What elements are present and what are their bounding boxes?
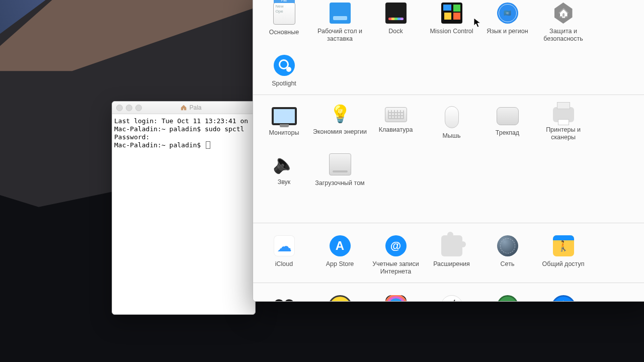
close-icon[interactable] — [116, 105, 123, 111]
pref-icloud[interactable]: iCloud — [256, 223, 312, 276]
users-icon — [274, 295, 295, 302]
pref-label: Spotlight — [257, 80, 311, 87]
desktop-icon — [330, 3, 351, 24]
terminal-window[interactable]: Pala Last login: Tue Oct 11 13:23:41 on … — [112, 101, 256, 315]
sharing-icon — [553, 235, 574, 256]
pref-label: Сеть — [480, 260, 535, 268]
pref-spotlight[interactable]: Spotlight — [256, 43, 312, 87]
terminal-title: Pala — [145, 104, 237, 111]
pref-label: Общий доступ — [536, 260, 591, 268]
pref-label: Клавиатура — [369, 126, 423, 134]
mouse-icon — [445, 106, 459, 128]
home-icon — [180, 104, 187, 111]
system-preferences-window[interactable]: Основные Рабочий стол и заставка Dock Mi… — [253, 0, 644, 302]
terminal-title-text: Pala — [189, 104, 201, 111]
pref-sharing[interactable]: Общий доступ — [535, 223, 591, 276]
icloud-icon — [274, 235, 295, 256]
pref-mission-control[interactable]: Mission Control — [424, 0, 479, 43]
pref-label: Основные — [257, 29, 311, 36]
pref-label: Мониторы — [257, 129, 311, 137]
pref-sound[interactable]: Звук — [256, 141, 312, 187]
pref-label: Mission Control — [425, 28, 479, 35]
time-machine-icon — [497, 295, 518, 302]
trackpad-icon — [497, 107, 519, 125]
prefs-section-system: Пользователи и группы Родительский контр… — [253, 283, 644, 302]
pref-label: Dock — [369, 28, 423, 35]
pref-printers[interactable]: Принтеры и сканеры — [535, 95, 591, 141]
pref-displays[interactable]: Мониторы — [256, 95, 312, 141]
printers-icon — [553, 107, 574, 122]
pref-language-region[interactable]: Язык и регион — [479, 0, 535, 43]
pref-energy-saver[interactable]: Экономия энергии — [312, 95, 368, 141]
pref-label: Расширения — [425, 260, 479, 268]
pref-label: App Store — [313, 260, 367, 268]
desktop-wallpaper: Pala Last login: Tue Oct 11 13:23:41 on … — [0, 0, 644, 362]
general-icon — [273, 3, 295, 25]
pref-label: Учетные записи Интернета — [369, 260, 423, 276]
app-store-icon — [330, 235, 351, 256]
pref-app-store[interactable]: App Store — [312, 223, 368, 276]
pref-label: Защита и безопасность — [536, 28, 591, 43]
dock-icon — [385, 3, 407, 24]
accessibility-icon — [551, 295, 576, 302]
pref-label: Язык и регион — [480, 28, 535, 35]
pref-label: Мышь — [425, 132, 479, 140]
pref-label: Трекпад — [480, 129, 535, 137]
prefs-section-hardware: Мониторы Экономия энергии Клавиатура Мыш… — [253, 95, 644, 223]
pref-keyboard[interactable]: Клавиатура — [368, 95, 424, 141]
terminal-body[interactable]: Last login: Tue Oct 11 13:23:41 on Mac-P… — [112, 114, 255, 151]
startup-disk-icon — [329, 153, 351, 175]
zoom-icon[interactable] — [135, 105, 142, 111]
pref-label: iCloud — [257, 260, 311, 268]
pref-mouse[interactable]: Мышь — [424, 95, 479, 141]
pref-desktop-screensaver[interactable]: Рабочий стол и заставка — [312, 0, 368, 43]
prefs-section-internet: iCloud App Store Учетные записи Интернет… — [253, 223, 644, 283]
security-icon — [553, 3, 574, 24]
date-time-icon — [441, 295, 463, 302]
language-icon — [497, 3, 518, 24]
pref-date-time[interactable]: Дата и время — [424, 283, 479, 302]
pref-users-groups[interactable]: Пользователи и группы — [256, 283, 312, 302]
pref-startup-disk[interactable]: Загрузочный том — [312, 141, 368, 187]
pref-dock[interactable]: Dock — [368, 0, 424, 43]
pref-label: Загрузочный том — [313, 179, 367, 187]
spotlight-icon — [274, 55, 295, 76]
pref-security[interactable]: Защита и безопасность — [535, 0, 591, 43]
pref-label: Рабочий стол и заставка — [313, 28, 367, 43]
prefs-section-personal: Основные Рабочий стол и заставка Dock Mi… — [253, 0, 644, 95]
internet-accounts-icon — [385, 235, 407, 256]
pref-general[interactable]: Основные — [256, 0, 312, 43]
parental-icon — [328, 295, 352, 302]
pref-accessibility[interactable]: Универсальный доступ — [535, 283, 591, 302]
pref-network[interactable]: Сеть — [479, 223, 535, 276]
pref-internet-accounts[interactable]: Учетные записи Интернета — [368, 223, 424, 276]
network-icon — [497, 235, 518, 256]
minimize-icon[interactable] — [126, 105, 132, 111]
pref-trackpad[interactable]: Трекпад — [479, 95, 535, 141]
displays-icon — [272, 107, 297, 125]
pref-label: Экономия энергии — [313, 128, 367, 136]
mission-control-icon — [441, 3, 462, 24]
terminal-text: Last login: Tue Oct 11 13:23:41 on Mac-P… — [114, 117, 252, 149]
pref-extensions[interactable]: Расширения — [424, 223, 479, 276]
terminal-titlebar[interactable]: Pala — [112, 102, 255, 114]
sound-icon — [274, 153, 295, 174]
pref-label: Принтеры и сканеры — [536, 126, 591, 141]
keyboard-icon — [385, 107, 407, 122]
terminal-cursor — [206, 141, 210, 149]
pref-label: Звук — [257, 178, 311, 186]
pref-siri[interactable]: Siri — [368, 283, 424, 302]
extensions-icon — [441, 235, 462, 256]
energy-icon — [333, 103, 347, 124]
siri-icon — [385, 295, 407, 302]
pref-parental-controls[interactable]: Родительский контроль — [312, 283, 368, 302]
pref-time-machine[interactable]: Time Machine — [479, 283, 535, 302]
